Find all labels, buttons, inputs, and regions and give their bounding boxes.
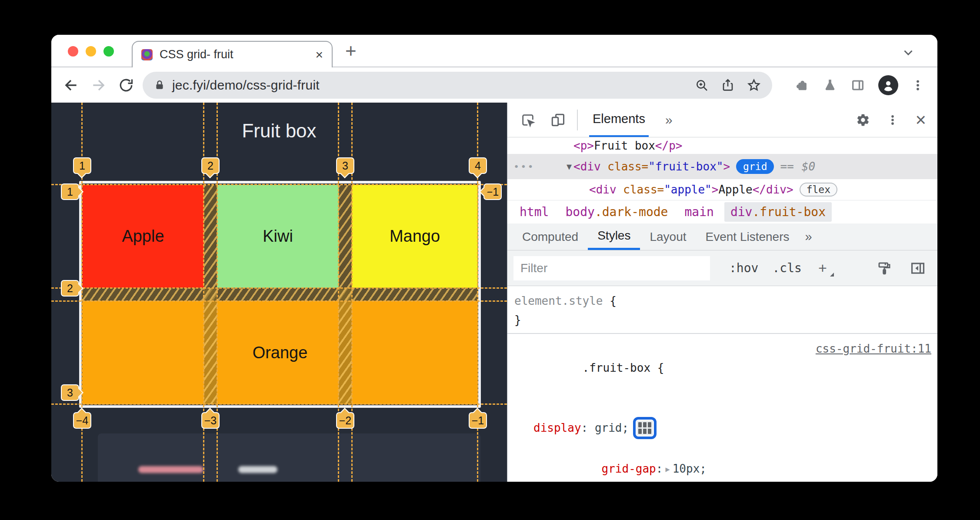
expand-arrow-icon[interactable]: ▶ xyxy=(663,465,672,473)
styles-filter-bar: :hov .cls + xyxy=(507,250,937,286)
breadcrumb: html body.dark-mode main div.fruit-box xyxy=(507,200,937,223)
maximize-window-button[interactable] xyxy=(103,46,114,57)
grid-line-badge: −3 xyxy=(201,412,220,429)
grid-overlay-line xyxy=(51,403,507,405)
devtools-panel: Elements » × <p>Fruit box</p> •• xyxy=(507,103,937,482)
grid-editor-button[interactable] xyxy=(633,417,657,439)
fruit-box-rule-selector[interactable]: .fruit-box { css-grid-fruit:11 xyxy=(507,334,937,416)
divider xyxy=(577,110,578,130)
styles-pane: element.style { } .fruit-box { css-grid-… xyxy=(507,286,937,482)
new-tab-button[interactable]: + xyxy=(345,40,357,62)
close-devtools-icon[interactable]: × xyxy=(915,111,926,129)
css-property-display[interactable]: display: grid; xyxy=(507,416,937,440)
toolbar-right-actions xyxy=(795,75,924,95)
dom-node-apple[interactable]: <div class="apple">Apple</div> flex xyxy=(507,179,937,200)
more-tabs-chevron[interactable]: » xyxy=(799,223,818,250)
flex-badge-button[interactable]: flex xyxy=(800,183,837,197)
toggle-pseudo-class-button[interactable]: :hov xyxy=(729,261,758,275)
tab-favicon-icon xyxy=(141,49,153,60)
side-panel-icon[interactable] xyxy=(850,78,865,93)
profile-avatar[interactable] xyxy=(878,75,898,95)
grid-line-badge: 3 xyxy=(61,384,79,401)
element-style-close: } xyxy=(507,310,937,330)
grid-line-badge: 1 xyxy=(73,157,91,174)
dom-node-p[interactable]: <p>Fruit box</p> xyxy=(507,137,937,154)
chevron-down-icon[interactable] xyxy=(901,45,916,60)
grid-line-badge: −4 xyxy=(73,412,91,429)
breadcrumb-item-body[interactable]: body.dark-mode xyxy=(559,202,674,222)
share-icon[interactable] xyxy=(721,78,735,92)
forward-icon[interactable] xyxy=(90,77,107,93)
tab-elements[interactable]: Elements xyxy=(589,103,649,137)
close-window-button[interactable] xyxy=(68,46,78,57)
grid-line-badge: −1 xyxy=(469,412,487,429)
grid-line-badge: 2 xyxy=(201,157,220,174)
gear-icon[interactable] xyxy=(856,113,870,127)
tab-title: CSS grid- fruit xyxy=(160,48,315,61)
breadcrumb-item-html[interactable]: html xyxy=(513,202,555,222)
grid-line-badge: −1 xyxy=(483,183,502,200)
devtools-toolbar-right: × xyxy=(856,111,926,129)
elements-tree: <p>Fruit box</p> ••• ▼ <div class="fruit… xyxy=(507,137,937,223)
window-controls xyxy=(68,46,114,57)
grid-line-badge: 1 xyxy=(61,183,79,200)
grid-line-badge: 3 xyxy=(336,157,354,174)
page-title: Fruit box xyxy=(51,120,507,142)
tab-close-icon[interactable]: × xyxy=(315,48,323,61)
devtools-toolbar: Elements » × xyxy=(507,103,937,137)
grid-line-badge: 2 xyxy=(61,280,79,297)
filter-input[interactable] xyxy=(513,256,710,280)
breadcrumb-item-main[interactable]: main xyxy=(678,202,720,222)
tab-event-listeners[interactable]: Event Listeners xyxy=(696,223,799,250)
window-content: Fruit box Apple Kiwi Mango Orange xyxy=(51,103,937,482)
bookmark-star-icon[interactable] xyxy=(747,78,761,92)
element-style-rule[interactable]: element.style { xyxy=(507,291,937,310)
omnibox-actions xyxy=(695,78,761,92)
grid-badge-button[interactable]: grid xyxy=(736,159,774,174)
dom-node-fruit-box-selected[interactable]: ••• ▼ <div class="fruit-box"> grid == $0 xyxy=(507,154,937,179)
grid-overlay-line xyxy=(51,184,507,185)
styles-tab-bar: Computed Styles Layout Event Listeners » xyxy=(507,223,937,250)
zoom-icon[interactable] xyxy=(695,78,709,92)
breadcrumb-item-fruit-box[interactable]: div.fruit-box xyxy=(724,202,832,222)
clipped-content xyxy=(138,466,203,473)
new-style-rule-button[interactable]: + xyxy=(818,260,827,277)
tab-layout[interactable]: Layout xyxy=(640,223,696,250)
lock-icon xyxy=(154,79,165,91)
tab-strip: CSS grid- fruit × + xyxy=(51,35,937,67)
toggle-sidebar-icon[interactable] xyxy=(910,260,926,277)
grid-line-badge: −2 xyxy=(336,412,354,429)
next-section-panel xyxy=(98,433,480,482)
page-viewport: Fruit box Apple Kiwi Mango Orange xyxy=(51,103,507,482)
browser-window: CSS grid- fruit × + jec.fyi/demo/css-gri… xyxy=(51,35,937,482)
back-icon[interactable] xyxy=(63,77,79,93)
node-options-dots[interactable]: ••• xyxy=(513,161,542,172)
stylesheet-source-link[interactable]: css-grid-fruit:11 xyxy=(816,339,931,358)
reload-icon[interactable] xyxy=(118,77,134,93)
device-toolbar-icon[interactable] xyxy=(550,112,566,128)
beaker-flask-icon[interactable] xyxy=(823,78,837,93)
toggle-class-button[interactable]: .cls xyxy=(772,261,801,275)
browser-menu-dots-icon[interactable] xyxy=(911,79,924,92)
grid-overlay-border xyxy=(79,181,481,408)
devtools-menu-dots-icon[interactable] xyxy=(887,114,899,126)
tab-styles[interactable]: Styles xyxy=(588,223,640,250)
rendering-brush-icon[interactable] xyxy=(877,260,892,276)
inspect-element-icon[interactable] xyxy=(520,113,535,127)
browser-toolbar: jec.fyi/demo/css-grid-fruit xyxy=(51,67,937,103)
url-text[interactable]: jec.fyi/demo/css-grid-fruit xyxy=(172,78,320,93)
more-panels-chevron[interactable]: » xyxy=(665,113,673,127)
grid-overlay-line xyxy=(51,300,507,302)
disclosure-triangle-icon[interactable]: ▼ xyxy=(567,161,572,172)
extensions-puzzle-icon[interactable] xyxy=(795,78,810,93)
tab-computed[interactable]: Computed xyxy=(513,223,588,250)
clipped-content xyxy=(238,466,277,473)
address-bar[interactable]: jec.fyi/demo/css-grid-fruit xyxy=(143,72,772,99)
grid-line-badge: 4 xyxy=(469,157,487,174)
browser-tab[interactable]: CSS grid- fruit × xyxy=(132,41,333,67)
css-property-grid-gap[interactable]: grid-gap:▶10px; xyxy=(507,440,937,482)
grid-overlay-line xyxy=(51,287,507,289)
minimize-window-button[interactable] xyxy=(86,46,96,57)
